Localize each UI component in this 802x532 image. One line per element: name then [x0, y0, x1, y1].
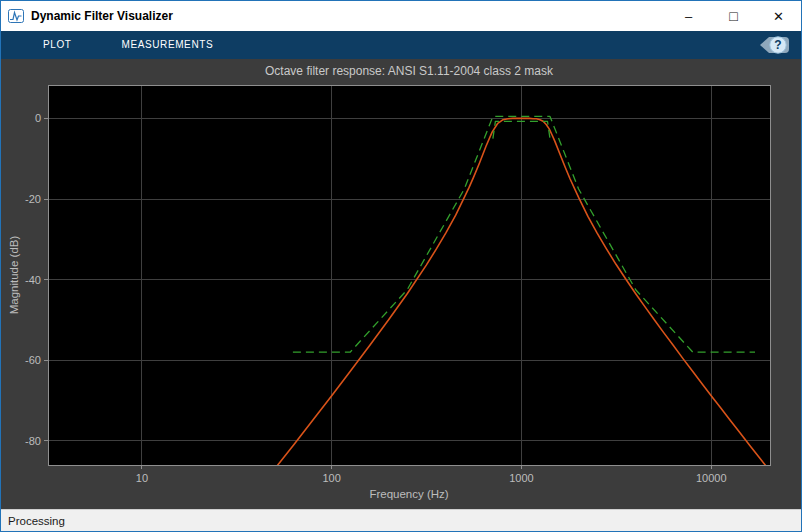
y-tick-label: -40 — [25, 274, 41, 286]
y-tick-label: -20 — [25, 193, 41, 205]
x-tick-label: 10 — [136, 472, 148, 484]
tab-plot[interactable]: PLOT — [27, 31, 88, 59]
window-title: Dynamic Filter Visualizer — [31, 9, 173, 23]
filter-response-chart: 101001000100000-20-40-60-80 — [1, 59, 801, 509]
y-tick-label: 0 — [35, 112, 41, 124]
window-controls: – □ ✕ — [666, 1, 801, 31]
y-axis-label: Magnitude (dB) — [8, 236, 20, 315]
help-button[interactable]: ? — [757, 35, 791, 55]
toolstrip: PLOT MEASUREMENTS ? — [1, 31, 801, 59]
x-axis-label: Frequency (Hz) — [48, 488, 770, 500]
help-question-mark: ? — [774, 38, 781, 52]
filter-waveform-icon — [8, 9, 24, 23]
title-bar[interactable]: Dynamic Filter Visualizer – □ ✕ — [1, 1, 801, 31]
x-tick-label: 100 — [323, 472, 341, 484]
dynamic-filter-visualizer-window: Dynamic Filter Visualizer – □ ✕ PLOT MEA… — [0, 0, 802, 532]
minimize-button[interactable]: – — [666, 1, 711, 31]
x-tick-label: 10000 — [696, 472, 727, 484]
status-bar: Processing — [1, 509, 801, 531]
chart-title: Octave filter response: ANSI S1.11-2004 … — [48, 64, 770, 78]
help-icon: ? — [757, 35, 791, 55]
y-tick-label: -80 — [25, 435, 41, 447]
axes-background — [48, 85, 770, 465]
x-tick-label: 1000 — [509, 472, 533, 484]
maximize-button[interactable]: □ — [711, 1, 756, 31]
close-button[interactable]: ✕ — [756, 1, 801, 31]
app-icon-wrap — [1, 9, 31, 23]
tab-measurements[interactable]: MEASUREMENTS — [106, 31, 230, 59]
status-text: Processing — [8, 515, 65, 527]
y-tick-label: -60 — [25, 354, 41, 366]
plot-area: 101001000100000-20-40-60-80 Octave filte… — [1, 59, 801, 509]
